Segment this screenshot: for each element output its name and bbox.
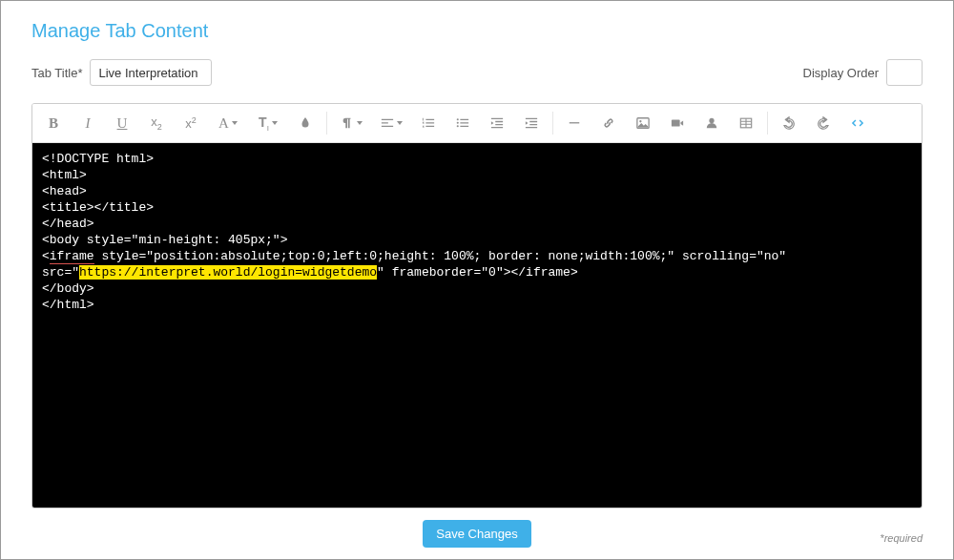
indent-button[interactable] [514,108,549,138]
required-note: *required [880,532,923,544]
font-family-button[interactable]: A [208,108,248,138]
outdent-icon [490,116,504,130]
chevron-down-icon [232,121,238,125]
underline-button[interactable]: U [105,108,139,138]
unordered-list-icon [456,116,469,130]
svg-point-7 [709,118,714,123]
paragraph-format-button[interactable] [331,108,371,138]
tab-title-input[interactable] [90,59,212,86]
font-size-button[interactable]: TI [248,108,288,138]
bold-button[interactable]: B [36,108,71,138]
tint-icon [299,116,312,130]
unordered-list-button[interactable] [446,108,480,138]
align-icon [381,116,394,130]
editor: B I U x2 x2 A TI [31,103,923,508]
italic-button[interactable]: I [71,108,105,138]
toolbar-separator [767,112,768,135]
chevron-down-icon [272,121,278,125]
code-view-button[interactable] [840,108,875,138]
outdent-button[interactable] [480,108,514,138]
chevron-down-icon [397,121,403,125]
code-editor[interactable]: <!DOCTYPE html> <html> <head> <title></t… [32,143,922,508]
svg-point-2 [457,125,459,127]
indent-icon [525,116,538,130]
tab-title-label: Tab Title* [31,66,82,80]
superscript-button[interactable]: x2 [174,108,208,138]
subscript-button[interactable]: x2 [139,108,174,138]
svg-point-5 [639,120,641,122]
user-button[interactable] [695,108,729,138]
redo-icon [817,116,830,130]
image-icon [636,116,650,130]
page-title: Manage Tab Content [31,20,923,42]
display-order-input[interactable] [886,59,923,86]
chevron-down-icon [357,121,363,125]
svg-point-0 [457,118,459,120]
table-icon [739,116,753,130]
video-icon [671,116,684,130]
align-button[interactable] [371,108,411,138]
table-button[interactable] [729,108,763,138]
ordered-list-button[interactable] [411,108,446,138]
svg-point-1 [457,122,459,124]
toolbar-separator [326,112,327,135]
minus-icon [568,116,581,130]
save-changes-button[interactable]: Save Changes [423,520,530,548]
editor-toolbar: B I U x2 x2 A TI [32,104,922,143]
undo-icon [782,116,796,130]
form-row: Tab Title* Display Order [31,59,923,86]
svg-rect-3 [570,122,580,123]
redo-button[interactable] [806,108,840,138]
undo-button[interactable] [772,108,806,138]
code-icon [851,116,864,130]
svg-rect-6 [672,120,680,127]
display-order-label: Display Order [803,66,879,80]
horizontal-rule-button[interactable] [557,108,591,138]
video-button[interactable] [660,108,695,138]
color-button[interactable] [288,108,322,138]
paragraph-icon [341,116,354,130]
link-button[interactable] [591,108,626,138]
toolbar-separator [552,112,553,135]
link-icon [602,116,615,130]
image-button[interactable] [626,108,660,138]
ordered-list-icon [422,116,435,130]
user-icon [705,116,718,130]
